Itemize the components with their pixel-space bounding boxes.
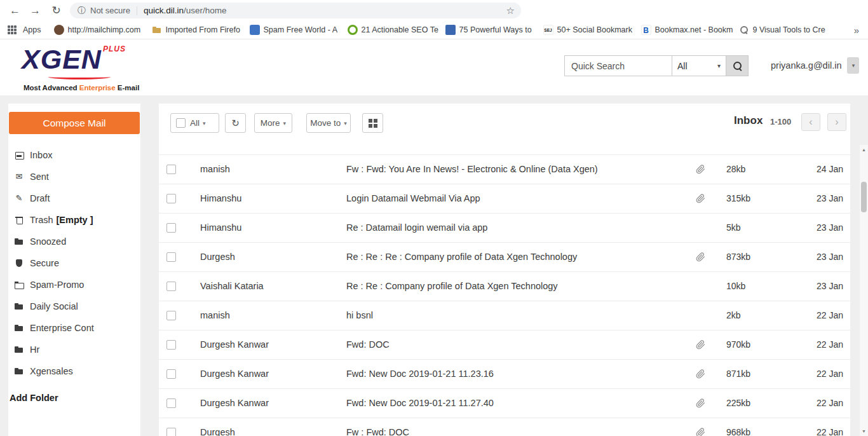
email-size: 968kb bbox=[726, 418, 750, 436]
bookmarks-overflow-icon[interactable]: » bbox=[854, 25, 859, 36]
folder-label: Secure bbox=[30, 258, 59, 268]
mailbox-title: Inbox bbox=[734, 114, 763, 127]
reload-icon[interactable]: ↻ bbox=[48, 2, 65, 19]
pencil-icon bbox=[14, 193, 24, 203]
email-subject[interactable]: Re : Re : Re : Company profile of Data X… bbox=[346, 243, 693, 271]
paperclip-icon bbox=[696, 340, 705, 350]
email-subject[interactable]: Re : Datamail login wemail via app bbox=[346, 214, 693, 242]
bookmark-item[interactable]: 9 Visual Tools to Cre bbox=[739, 25, 832, 35]
email-row[interactable]: Himanshu Re : Datamail login wemail via … bbox=[159, 214, 850, 243]
address-bar[interactable]: ⓘ Not secure quick.dil.in/user/home ☆ bbox=[70, 3, 521, 18]
sidebar-folder-item[interactable]: Draft bbox=[8, 187, 140, 209]
email-checkbox[interactable] bbox=[166, 223, 176, 233]
account-menu[interactable]: priyanka.g@dil.in ▾ bbox=[771, 57, 859, 74]
email-sender: Durgesh bbox=[200, 418, 341, 436]
email-subject[interactable]: Fw : Fwd: You Are In News! - Electronic … bbox=[346, 155, 693, 184]
sidebar-folder-item[interactable]: Daily Social bbox=[8, 296, 140, 317]
email-checkbox[interactable] bbox=[166, 165, 176, 174]
select-all-dropdown[interactable]: All ▾ bbox=[170, 113, 219, 133]
email-checkbox[interactable] bbox=[166, 428, 176, 436]
sidebar-folder-item[interactable]: Snoozed bbox=[8, 231, 140, 252]
scroll-up-icon[interactable]: ▲ bbox=[860, 147, 868, 152]
grid-view-button[interactable] bbox=[362, 113, 383, 133]
apps-label[interactable]: Apps bbox=[23, 25, 41, 34]
sidebar-folder-item[interactable]: Hr bbox=[8, 339, 140, 360]
bookmark-item[interactable]: SEJ 50+ Social Bookmark bbox=[543, 25, 637, 35]
email-size: 28kb bbox=[726, 155, 745, 184]
sidebar-folder-item[interactable]: Secure bbox=[8, 252, 140, 274]
scroll-down-icon[interactable]: ▼ bbox=[860, 429, 868, 433]
email-checkbox[interactable] bbox=[166, 282, 176, 291]
move-to-dropdown[interactable]: Move to ▾ bbox=[306, 113, 351, 133]
folder-icon bbox=[14, 301, 24, 311]
envelope-icon bbox=[14, 172, 24, 182]
email-row[interactable]: Durgesh Re : Re : Re : Company profile o… bbox=[159, 243, 850, 272]
folder-label: Trash bbox=[30, 215, 53, 225]
email-row[interactable]: Durgesh Kanwar Fwd: New Doc 2019-01-21 1… bbox=[159, 389, 850, 418]
email-subject[interactable]: Fwd: DOC bbox=[346, 330, 693, 359]
account-chevron-icon[interactable]: ▾ bbox=[847, 57, 859, 74]
paperclip-icon bbox=[696, 428, 705, 436]
email-row[interactable]: manish hi bsnl 2kb 22 Jan bbox=[159, 301, 850, 330]
more-dropdown[interactable]: More ▾ bbox=[254, 113, 292, 133]
prev-page-button[interactable]: ‹ bbox=[801, 113, 820, 131]
quick-search-input[interactable] bbox=[564, 55, 672, 76]
forward-icon[interactable]: → bbox=[27, 2, 44, 19]
tagline-part-2: Enterprise bbox=[79, 84, 116, 92]
email-date: 23 Jan bbox=[817, 184, 843, 213]
xgenplus-logo[interactable]: XGENPLUS Most Advanced Enterprise E-mail bbox=[22, 44, 126, 74]
email-checkbox[interactable] bbox=[166, 340, 176, 350]
email-row[interactable]: Vaishali Kataria Re : Re : Company profi… bbox=[159, 272, 850, 301]
email-subject[interactable]: Fwd: New Doc 2019-01-21 11.23.16 bbox=[346, 360, 693, 388]
compose-mail-button[interactable]: Compose Mail bbox=[9, 112, 140, 134]
bookmark-item[interactable]: B Bookmax.net - Bookm bbox=[641, 25, 735, 35]
email-checkbox[interactable] bbox=[166, 369, 176, 379]
page-info-icon[interactable]: ⓘ bbox=[78, 5, 86, 17]
scrollbar-thumb[interactable] bbox=[861, 182, 867, 212]
search-scope-select[interactable]: All ▾ bbox=[672, 55, 726, 76]
paperclip-icon bbox=[696, 194, 705, 203]
apps-grid-dots bbox=[8, 25, 10, 28]
email-checkbox[interactable] bbox=[166, 399, 176, 408]
email-subject[interactable]: hi bsnl bbox=[346, 301, 693, 330]
bookmark-item[interactable]: Imported From Firefo bbox=[152, 25, 245, 35]
email-size: 315kb bbox=[726, 184, 750, 213]
page-scrollbar[interactable]: ▲ ▼ bbox=[860, 145, 868, 436]
sidebar-folder-item[interactable]: Sent bbox=[8, 166, 140, 187]
sidebar-folder-item[interactable]: Inbox bbox=[8, 144, 140, 166]
email-row[interactable]: Durgesh Kanwar Fwd: New Doc 2019-01-21 1… bbox=[159, 360, 850, 389]
search-button[interactable] bbox=[726, 55, 749, 76]
email-row[interactable]: Himanshu Login Datamail Webmail Via App … bbox=[159, 184, 850, 214]
email-subject[interactable]: Fwd: New Doc 2019-01-21 11.27.40 bbox=[346, 389, 693, 418]
email-subject[interactable]: Login Datamail Webmail Via App bbox=[346, 184, 693, 213]
apps-grid-icon[interactable] bbox=[6, 24, 18, 36]
bookmark-item[interactable]: http://mailchimp.com bbox=[54, 25, 147, 35]
sidebar-folder-item[interactable]: Enterprise Cont bbox=[8, 317, 140, 339]
add-folder-button[interactable]: Add Folder bbox=[10, 393, 58, 403]
refresh-button[interactable]: ↻ bbox=[225, 113, 246, 133]
sidebar-folder-item[interactable]: Spam-Promo bbox=[8, 274, 140, 296]
folder-label: Hr bbox=[30, 344, 39, 355]
bookmark-item[interactable]: 21 Actionable SEO Te bbox=[348, 25, 441, 35]
email-row[interactable]: Durgesh Fw : Fwd: DOC 968kb 22 Jan bbox=[159, 418, 850, 436]
folder-label: Draft bbox=[30, 193, 50, 203]
bookmark-item[interactable]: Spam Free World - A bbox=[250, 25, 343, 35]
email-subject[interactable]: Re : Re : Company profile of Data Xgen T… bbox=[346, 272, 693, 301]
bookmark-label: 9 Visual Tools to Cre bbox=[753, 25, 825, 34]
select-all-checkbox[interactable] bbox=[176, 118, 186, 128]
email-checkbox[interactable] bbox=[166, 252, 176, 262]
email-checkbox[interactable] bbox=[166, 194, 176, 203]
bookmark-star-icon[interactable]: ☆ bbox=[506, 5, 515, 17]
email-row[interactable]: Durgesh Kanwar Fwd: DOC 970kb 22 Jan bbox=[159, 330, 850, 360]
email-row-clipped[interactable] bbox=[159, 140, 850, 155]
email-row[interactable]: manish Fw : Fwd: You Are In News! - Elec… bbox=[159, 155, 850, 184]
sidebar-folder-item[interactable]: Trash [Empty ] bbox=[8, 209, 140, 231]
sidebar-folder-item[interactable]: Xgensales bbox=[8, 360, 140, 382]
bookmark-item[interactable]: 75 Powerful Ways to bbox=[445, 25, 539, 35]
bookmark-label: http://mailchimp.com bbox=[68, 25, 141, 34]
folder-icon bbox=[14, 236, 24, 247]
back-icon[interactable]: ← bbox=[6, 2, 24, 19]
email-subject[interactable]: Fw : Fwd: DOC bbox=[346, 418, 693, 436]
next-page-button[interactable]: › bbox=[827, 113, 846, 131]
email-checkbox[interactable] bbox=[166, 311, 176, 320]
